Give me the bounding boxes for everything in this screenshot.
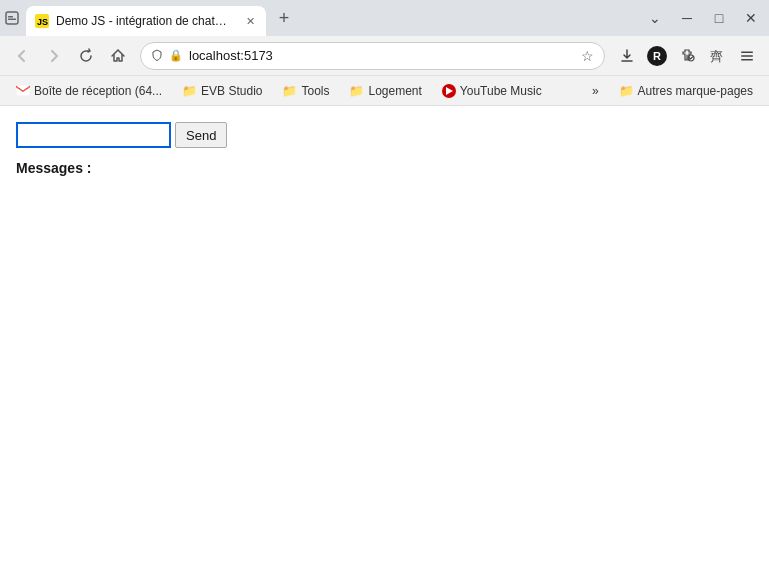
folder-icon-evb: 📁: [182, 84, 197, 98]
folder-icon-tools: 📁: [282, 84, 297, 98]
bookmarks-overflow-button[interactable]: »: [584, 82, 607, 100]
bookmark-ytmusic-label: YouTube Music: [460, 84, 542, 98]
svg-text:JS: JS: [37, 17, 48, 27]
send-button[interactable]: Send: [175, 122, 227, 148]
bookmark-logement-label: Logement: [368, 84, 421, 98]
active-tab[interactable]: JS Demo JS - intégration de chatGTP p ✕: [26, 6, 266, 36]
nav-bar: 🔒 ☆ R 齊: [0, 36, 769, 76]
download-button[interactable]: [613, 42, 641, 70]
browser-window: JS Demo JS - intégration de chatGTP p ✕ …: [0, 0, 769, 588]
tab-close-button[interactable]: ✕: [242, 13, 258, 29]
restore-button[interactable]: □: [705, 4, 733, 32]
youtube-music-icon: [442, 84, 456, 98]
tab-bar-chevron-down[interactable]: ⌄: [641, 4, 669, 32]
bookmark-star-icon[interactable]: ☆: [581, 48, 594, 64]
bookmarks-overflow: » 📁 Autres marque-pages: [584, 82, 761, 100]
tab-bar: JS Demo JS - intégration de chatGTP p ✕ …: [0, 0, 769, 36]
folder-icon-logement: 📁: [349, 84, 364, 98]
nav-right-icons: R 齊: [613, 42, 761, 70]
menu-button[interactable]: [733, 42, 761, 70]
svg-rect-1: [8, 16, 13, 18]
svg-rect-7: [741, 51, 753, 53]
bookmark-gmail-label: Boîte de réception (64...: [34, 84, 162, 98]
page-content: Send Messages :: [0, 106, 769, 588]
folder-icon-other: 📁: [619, 84, 634, 98]
close-window-button[interactable]: ✕: [737, 4, 765, 32]
address-input[interactable]: [189, 48, 575, 63]
bookmark-tools[interactable]: 📁 Tools: [274, 82, 337, 100]
profile-button[interactable]: R: [643, 42, 671, 70]
shield-icon: [151, 49, 163, 63]
tab-favicon: JS: [34, 13, 50, 29]
bookmark-logement[interactable]: 📁 Logement: [341, 82, 429, 100]
svg-rect-8: [741, 55, 753, 57]
profile-avatar: R: [647, 46, 667, 66]
other-bookmarks-button[interactable]: 📁 Autres marque-pages: [611, 82, 761, 100]
svg-text:齊: 齊: [710, 49, 723, 64]
bookmarks-bar: Boîte de réception (64... 📁 EVB Studio 📁…: [0, 76, 769, 106]
svg-rect-9: [741, 59, 753, 61]
home-button[interactable]: [104, 42, 132, 70]
message-input[interactable]: [16, 122, 171, 148]
bookmark-evb-label: EVB Studio: [201, 84, 262, 98]
chevron-right-icon: »: [592, 84, 599, 98]
minimize-button[interactable]: ─: [673, 4, 701, 32]
bookmark-youtube-music[interactable]: YouTube Music: [434, 82, 550, 100]
messages-label: Messages :: [16, 160, 753, 176]
back-button[interactable]: [8, 42, 36, 70]
new-tab-button[interactable]: +: [270, 4, 298, 32]
tab-bar-right: ⌄ ─ □ ✕: [641, 4, 765, 32]
bookmark-evb-studio[interactable]: 📁 EVB Studio: [174, 82, 270, 100]
other-bookmarks-label: Autres marque-pages: [638, 84, 753, 98]
reload-button[interactable]: [72, 42, 100, 70]
svg-rect-2: [8, 19, 16, 21]
lock-icon: 🔒: [169, 49, 183, 62]
address-bar-container[interactable]: 🔒 ☆: [140, 42, 605, 70]
tab-icon-square: [4, 10, 20, 26]
forward-button[interactable]: [40, 42, 68, 70]
extensions-button[interactable]: [673, 42, 701, 70]
gmail-icon: [16, 84, 30, 98]
sidebar-button[interactable]: 齊: [703, 42, 731, 70]
svg-rect-0: [6, 12, 18, 24]
input-row: Send: [16, 122, 753, 148]
tab-title: Demo JS - intégration de chatGTP p: [56, 14, 236, 28]
bookmark-gmail[interactable]: Boîte de réception (64...: [8, 82, 170, 100]
bookmark-tools-label: Tools: [301, 84, 329, 98]
tab-bar-left: JS Demo JS - intégration de chatGTP p ✕ …: [4, 0, 298, 36]
